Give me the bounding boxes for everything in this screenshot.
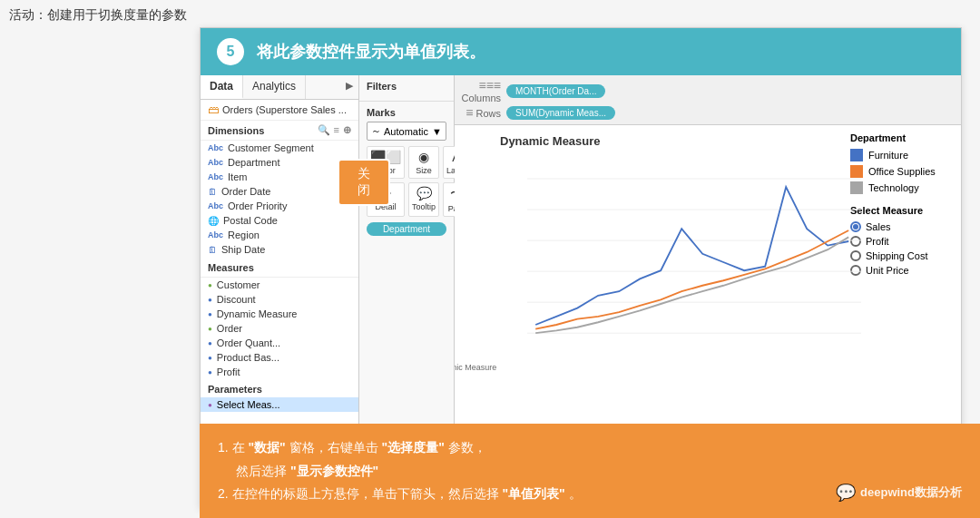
dim-abc-icon: Abc (208, 230, 223, 239)
instr-line1-pre: 1. 在 (218, 440, 245, 454)
dim-label: Region (228, 230, 260, 240)
dim-item[interactable]: Abc Item (201, 170, 358, 184)
tab-arrow[interactable]: ▶ (340, 75, 358, 99)
measure-dot-icon: ● (208, 325, 212, 333)
tooltip-icon: 💬 (416, 186, 432, 200)
dim-postal-code[interactable]: 🌐 Postal Code (201, 213, 358, 228)
measure-product-bas[interactable]: ● Product Bas... (201, 350, 358, 365)
department-pill[interactable]: Department (367, 222, 446, 236)
sort-icon[interactable]: ≡ (334, 124, 339, 136)
legend-furniture: Furniture (850, 149, 954, 161)
dimensions-title: Dimensions (208, 125, 264, 136)
param-select-measure[interactable]: ● Select Meas... (201, 397, 358, 412)
dim-order-priority[interactable]: Abc Order Priority (201, 199, 358, 213)
dim-abc-icon: Abc (208, 158, 223, 167)
radio-shipping-cost-label: Shipping Cost (866, 250, 928, 261)
step-banner: 5 将此参数控件显示为单值列表。 (201, 28, 961, 75)
activity-bar: 活动：创建用于切换度量的参数 (9, 7, 187, 24)
dim-customer-segment[interactable]: Abc Customer Segment (201, 141, 358, 155)
dim-label: Item (228, 171, 247, 182)
radio-sales[interactable]: Sales (850, 221, 954, 232)
furniture-line (535, 187, 848, 325)
dim-abc-icon: Abc (208, 201, 223, 210)
dim-ship-date[interactable]: 🗓 Ship Date (201, 242, 358, 257)
add-icon[interactable]: ⊕ (343, 124, 351, 136)
measure-discount[interactable]: ● Discount (201, 292, 358, 307)
marks-title: Marks (367, 107, 446, 118)
measure-label: Order (217, 323, 242, 334)
legend-office-supplies: Office Supplies (850, 165, 954, 178)
parameters-header: Parameters (201, 381, 358, 397)
marks-tooltip-btn[interactable]: 💬 Tooltip (408, 182, 439, 217)
measures-header: Measures (201, 259, 358, 278)
dim-label: Ship Date (221, 244, 265, 255)
dim-label: Customer Segment (228, 142, 314, 153)
dim-cal-icon: 🗓 (208, 187, 217, 197)
measure-label: Profit (217, 367, 240, 377)
radio-sales-label: Sales (866, 221, 891, 232)
dim-region[interactable]: Abc Region (201, 228, 358, 242)
measure-dot-icon: ● (208, 310, 212, 318)
instruction-line1: 1. 在 "数据" 窗格，右键单击 "选择度量" 参数， (218, 436, 962, 459)
marks-dropdown-label: Automatic (384, 126, 428, 137)
radio-profit[interactable]: Profit (850, 236, 954, 247)
measure-customer[interactable]: ● Customer (201, 278, 358, 292)
measure-order-quant[interactable]: ● Order Quant... (201, 336, 358, 350)
marks-line-icon: ～ (371, 124, 381, 138)
marks-size-btn[interactable]: ◉ Size (408, 146, 439, 179)
measure-profit[interactable]: ● Profit (201, 365, 358, 379)
columns-pill[interactable]: MONTH(Order Da... (506, 84, 605, 98)
select-measure-panel: Select Measure Sales Profit Shipping Cos… (850, 205, 954, 276)
dim-order-date[interactable]: 🗓 Order Date (201, 184, 358, 199)
watermark: 💬 deepwind数据分析 (836, 478, 962, 507)
measure-dynamic-measure[interactable]: ● Dynamic Measure (201, 307, 358, 321)
measure-label: Customer (217, 279, 260, 290)
dim-abc-icon: Abc (208, 172, 223, 181)
radio-profit-label: Profit (866, 236, 889, 247)
filters-section: Filters (359, 75, 454, 102)
watermark-text: deepwind数据分析 (860, 482, 962, 503)
wechat-icon: 💬 (836, 478, 856, 507)
instr-line2-emph: "显示参数控件" (290, 464, 378, 478)
tab-data[interactable]: Data (201, 75, 243, 99)
rows-shelf: ≡ Rows SUM(Dynamic Meas... (460, 105, 956, 120)
measure-dot-icon: ● (208, 368, 212, 376)
datasource-row: 🗃 Orders (Superstore Sales ... (201, 100, 358, 121)
measure-dot-icon: ● (208, 296, 212, 304)
y-axis-title: Dynamic Measure (455, 363, 496, 374)
size-label: Size (416, 166, 432, 175)
legend-title: Department (850, 132, 954, 143)
size-icon: ◉ (418, 150, 429, 164)
instr-line1-end: 参数， (448, 440, 486, 454)
measure-order[interactable]: ● Order (201, 321, 358, 336)
columns-shelf: ≡≡≡ Columns MONTH(Order Da... (460, 78, 956, 103)
tab-analytics[interactable]: Analytics (243, 75, 306, 99)
furniture-label: Furniture (868, 150, 908, 161)
measure-label: Product Bas... (217, 352, 279, 363)
dim-label: Order Date (221, 186, 270, 197)
rows-pill[interactable]: SUM(Dynamic Meas... (506, 106, 615, 120)
step-number: 5 (217, 38, 244, 65)
measure-dot-icon: ● (208, 339, 212, 347)
search-icon[interactable]: 🔍 (318, 124, 330, 136)
rows-label: ≡ Rows (460, 105, 501, 120)
step-text: 将此参数控件显示为单值列表。 (257, 41, 485, 63)
datasource-icon: 🗃 (208, 103, 219, 116)
dimensions-icons: 🔍 ≡ ⊕ (318, 124, 351, 136)
marks-dropdown[interactable]: ～ Automatic ▼ (367, 122, 446, 141)
dim-department[interactable]: Abc Department (201, 155, 358, 170)
measure-label: Order Quant... (217, 337, 280, 348)
office-supplies-label: Office Supplies (868, 166, 936, 177)
radio-shipping-cost[interactable]: Shipping Cost (850, 250, 954, 261)
param-label: Select Meas... (217, 399, 280, 410)
parameters-section: Parameters ● Select Meas... (201, 381, 358, 412)
datasource-label: Orders (Superstore Sales ... (222, 104, 347, 115)
chart-svg: 700K 600K 500K 400K 300K 200K (527, 153, 861, 371)
instruction-overlay: 1. 在 "数据" 窗格，右键单击 "选择度量" 参数， 然后选择 "显示参数控… (200, 424, 980, 518)
measure-label: Discount (217, 294, 256, 305)
columns-label: ≡≡≡ Columns (460, 78, 501, 103)
radio-unit-price[interactable]: Unit Price (850, 265, 954, 276)
select-measure-title: Select Measure (850, 205, 954, 216)
dimensions-header: Dimensions 🔍 ≡ ⊕ (201, 121, 358, 141)
measure-dot-icon: ● (208, 354, 212, 362)
